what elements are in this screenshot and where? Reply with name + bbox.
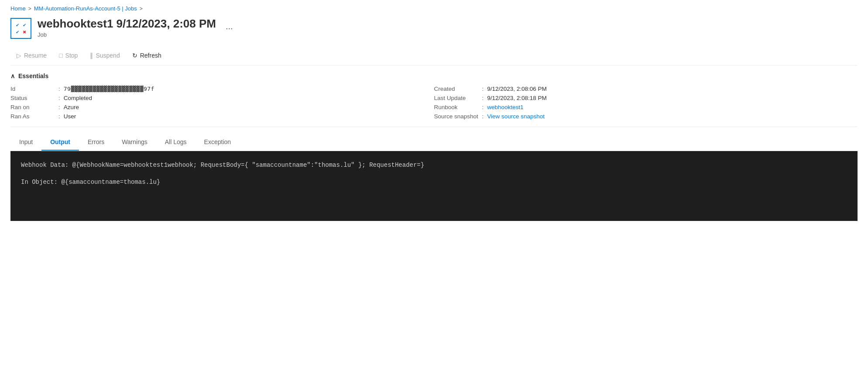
breadcrumb: Home > MM-Automation-RunAs-Account-5 | J… [10, 5, 858, 12]
suspend-label: Suspend [96, 52, 120, 59]
essentials-ran-on-row: Ran on : Azure [10, 104, 434, 110]
created-value: 9/12/2023, 2:08:06 PM [487, 86, 547, 92]
suspend-icon: ‖ [90, 52, 93, 59]
refresh-icon: ↻ [132, 52, 137, 59]
tab-errors[interactable]: Errors [79, 134, 113, 151]
resume-button[interactable]: ▷ Resume [10, 49, 53, 62]
breadcrumb-jobs[interactable]: MM-Automation-RunAs-Account-5 | Jobs [34, 5, 137, 12]
essentials-last-update-row: Last Update : 9/12/2023, 2:08:18 PM [434, 95, 858, 101]
essentials-ran-as-row: Ran As : User [10, 113, 434, 120]
ran-on-label: Ran on [10, 104, 58, 110]
view-source-snapshot-link[interactable]: View source snapshot [487, 113, 545, 120]
essentials-collapse-icon: ∧ [10, 72, 15, 79]
stop-label: Stop [65, 52, 78, 59]
essentials-created-row: Created : 9/12/2023, 2:08:06 PM [434, 86, 858, 92]
job-icon: ✔ ✔ ✔ ✖ [10, 18, 31, 39]
ran-as-value: User [64, 113, 76, 120]
essentials-id-row: Id : 79▓▓▓▓▓▓▓▓▓▓▓▓▓▓▓▓▓▓▓▓97f [10, 86, 434, 92]
tab-output[interactable]: Output [41, 134, 79, 151]
refresh-label: Refresh [140, 52, 161, 59]
resume-icon: ▷ [17, 52, 21, 59]
last-update-value: 9/12/2023, 2:08:18 PM [487, 95, 547, 101]
essentials-grid: Id : 79▓▓▓▓▓▓▓▓▓▓▓▓▓▓▓▓▓▓▓▓97f Status : … [10, 86, 858, 120]
tab-warnings[interactable]: Warnings [113, 134, 156, 151]
created-label: Created [434, 86, 482, 92]
essentials-source-snapshot-row: Source snapshot : View source snapshot [434, 113, 858, 120]
essentials-section: ∧ Essentials Id : 79▓▓▓▓▓▓▓▓▓▓▓▓▓▓▓▓▓▓▓▓… [10, 65, 858, 127]
status-value: Completed [64, 95, 92, 101]
stop-button[interactable]: □ Stop [53, 49, 84, 62]
breadcrumb-sep1: > [28, 6, 31, 12]
page-title: webhooktest1 9/12/2023, 2:08 PM [38, 17, 216, 31]
essentials-runbook-row: Runbook : webhooktest1 [434, 104, 858, 110]
icon-check-bottom-left: ✔ [14, 29, 21, 35]
icon-x-bottom-right: ✖ [21, 29, 27, 35]
console-line-blank [21, 171, 847, 177]
id-label: Id [10, 86, 58, 92]
source-snapshot-label: Source snapshot [434, 113, 482, 120]
essentials-title: Essentials [18, 72, 48, 79]
refresh-button[interactable]: ↻ Refresh [126, 49, 168, 62]
essentials-header[interactable]: ∧ Essentials [10, 72, 858, 79]
ran-as-label: Ran As [10, 113, 58, 120]
essentials-status-row: Status : Completed [10, 95, 434, 101]
page-subtitle: Job [38, 31, 216, 38]
tabs-bar: Input Output Errors Warnings All Logs Ex… [10, 134, 858, 151]
tab-all-logs[interactable]: All Logs [156, 134, 196, 151]
last-update-label: Last Update [434, 95, 482, 101]
id-value: 79▓▓▓▓▓▓▓▓▓▓▓▓▓▓▓▓▓▓▓▓97f [64, 86, 154, 92]
output-console: Webhook Data: @{WebhookName=webhooktest1… [10, 151, 858, 221]
page-header: ✔ ✔ ✔ ✖ webhooktest1 9/12/2023, 2:08 PM … [10, 17, 858, 39]
breadcrumb-home[interactable]: Home [10, 5, 26, 12]
suspend-button[interactable]: ‖ Suspend [84, 49, 126, 62]
essentials-right: Created : 9/12/2023, 2:08:06 PM Last Upd… [434, 86, 858, 120]
page-container: Home > MM-Automation-RunAs-Account-5 | J… [0, 0, 868, 226]
resume-label: Resume [24, 52, 47, 59]
stop-icon: □ [59, 52, 62, 59]
icon-check-top-left: ✔ [14, 22, 21, 28]
ran-on-value: Azure [64, 104, 79, 110]
breadcrumb-sep2: > [140, 6, 143, 12]
console-line-2: In Object: @{samaccountname=thomas.lu} [21, 177, 847, 188]
essentials-left: Id : 79▓▓▓▓▓▓▓▓▓▓▓▓▓▓▓▓▓▓▓▓97f Status : … [10, 86, 434, 120]
header-text: webhooktest1 9/12/2023, 2:08 PM Job [38, 17, 216, 38]
icon-check-top-right: ✔ [21, 22, 27, 28]
runbook-link[interactable]: webhooktest1 [487, 104, 523, 110]
more-options-button[interactable]: ··· [226, 23, 233, 33]
status-label: Status [10, 95, 58, 101]
tab-exception[interactable]: Exception [196, 134, 240, 151]
console-line-1: Webhook Data: @{WebhookName=webhooktest1… [21, 160, 847, 171]
toolbar: ▷ Resume □ Stop ‖ Suspend ↻ Refresh [10, 46, 858, 65]
runbook-label: Runbook [434, 104, 482, 110]
tab-input[interactable]: Input [10, 134, 41, 151]
